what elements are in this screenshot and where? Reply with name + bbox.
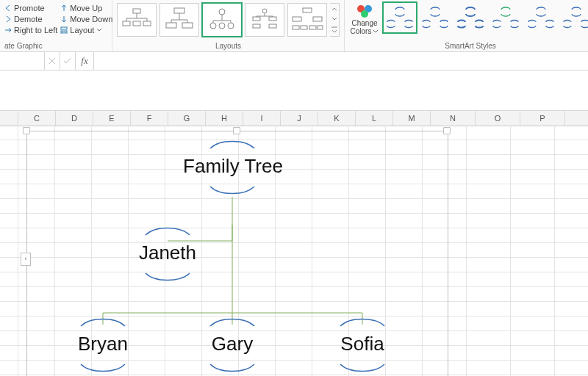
style-option-1-selected[interactable] <box>384 3 416 32</box>
svg-rect-2 <box>65 31 67 33</box>
enter-formula-button[interactable] <box>60 52 76 70</box>
promote-button[interactable]: Promote <box>4 3 57 13</box>
change-colors-button[interactable]: Change Colors <box>348 3 381 35</box>
smartart-node-root[interactable]: Family Tree <box>178 155 288 178</box>
layout-option-3-selected[interactable] <box>202 3 242 37</box>
promote-label: Promote <box>14 4 45 12</box>
rtl-label: Right to Left <box>14 26 57 35</box>
smartart-node[interactable]: Gary <box>188 333 276 355</box>
svg-point-14 <box>262 9 267 13</box>
moveup-button[interactable]: Move Up <box>60 3 112 13</box>
chevron-down-icon <box>373 29 379 35</box>
check-icon <box>63 57 72 65</box>
insert-function-button[interactable]: fx <box>76 52 94 70</box>
smartart-node[interactable]: Bryan <box>59 333 147 355</box>
svg-rect-15 <box>253 17 260 21</box>
moveup-label: Move Up <box>70 4 102 12</box>
x-icon <box>49 57 56 65</box>
svg-point-10 <box>219 9 225 15</box>
fx-label: fx <box>81 55 87 67</box>
layout-dropdown[interactable]: Layout <box>60 25 112 35</box>
smartart-node[interactable]: Janeth <box>120 242 215 264</box>
style-thumb-icon <box>526 5 556 30</box>
svg-rect-19 <box>303 8 312 12</box>
group-label-create-graphic: ate Graphic <box>4 40 43 50</box>
svg-rect-18 <box>269 24 276 28</box>
style-thumb-icon <box>420 5 450 30</box>
svg-rect-3 <box>133 9 140 13</box>
svg-rect-22 <box>293 26 299 29</box>
svg-rect-20 <box>293 17 301 21</box>
name-box[interactable] <box>0 52 45 70</box>
ribbon-group-smartart-styles: Change Colors <box>345 0 588 51</box>
arrow-left-icon <box>4 4 12 12</box>
style-option-4[interactable] <box>490 3 522 32</box>
arrow-down-icon <box>60 15 68 23</box>
svg-rect-5 <box>133 21 140 26</box>
layout-thumb-icon <box>206 7 238 33</box>
layout-option-1[interactable] <box>117 3 157 37</box>
svg-point-11 <box>210 23 216 29</box>
svg-point-28 <box>361 10 368 18</box>
rtl-button[interactable]: Right to Left <box>4 25 57 35</box>
layout-label: Layout <box>70 26 94 35</box>
change-colors-l1: Change <box>351 19 377 27</box>
rtl-icon <box>4 26 12 34</box>
svg-rect-6 <box>143 21 151 26</box>
layout-icon <box>60 26 68 34</box>
style-thumb-icon <box>385 5 415 30</box>
svg-rect-25 <box>318 26 323 29</box>
ribbon: Promote Demote Right to Left Move Up <box>0 0 588 52</box>
svg-rect-16 <box>269 17 276 21</box>
cancel-formula-button[interactable] <box>45 52 60 70</box>
svg-rect-0 <box>61 27 67 29</box>
worksheet: C D E F G H I J K L M N O P ‹ <box>0 70 588 376</box>
svg-point-12 <box>219 23 225 29</box>
style-option-5[interactable] <box>525 3 557 32</box>
movedown-button[interactable]: Move Down <box>60 14 112 24</box>
style-thumb-icon <box>491 5 520 30</box>
more-icon <box>330 24 339 35</box>
group-label-layouts: Layouts <box>215 40 241 50</box>
layout-option-4[interactable] <box>245 3 284 37</box>
change-colors-l2: Colors <box>351 27 372 35</box>
svg-rect-17 <box>253 24 260 28</box>
layouts-gallery-expand[interactable] <box>330 3 340 37</box>
svg-rect-9 <box>182 23 193 28</box>
group-label-styles: SmartArt Styles <box>445 40 495 50</box>
movedown-label: Move Down <box>70 15 112 24</box>
layout-thumb-icon <box>248 7 281 33</box>
style-option-2[interactable] <box>419 3 451 32</box>
demote-button[interactable]: Demote <box>4 14 57 24</box>
svg-rect-23 <box>301 26 307 29</box>
layout-thumb-icon <box>291 7 323 33</box>
chevron-down-icon <box>96 27 102 33</box>
layout-thumb-icon <box>121 7 153 33</box>
style-thumb-icon <box>562 5 588 30</box>
arrow-right-icon <box>4 15 12 23</box>
svg-rect-8 <box>166 23 176 28</box>
change-colors-icon <box>356 3 373 19</box>
ribbon-group-create-graphic: Promote Demote Right to Left Move Up <box>0 0 112 51</box>
svg-rect-4 <box>123 21 130 26</box>
ribbon-group-layouts: Layouts <box>112 0 345 51</box>
chevron-up-icon <box>330 4 339 14</box>
smartart-node[interactable]: Sofia <box>318 333 406 355</box>
svg-rect-1 <box>61 31 63 33</box>
layout-option-2[interactable] <box>159 3 199 37</box>
svg-rect-21 <box>313 17 322 21</box>
chevron-down-icon <box>330 14 339 24</box>
svg-rect-24 <box>309 26 316 29</box>
layout-option-5[interactable] <box>287 3 327 37</box>
arrow-up-icon <box>60 4 68 12</box>
svg-rect-7 <box>174 8 184 13</box>
demote-label: Demote <box>14 15 43 24</box>
svg-point-13 <box>228 23 234 29</box>
style-thumb-icon <box>456 5 485 30</box>
style-option-6[interactable] <box>560 3 588 32</box>
smartart-connectors <box>0 70 588 376</box>
layout-thumb-icon <box>163 7 196 33</box>
formula-bar: fx <box>0 52 588 70</box>
style-option-3[interactable] <box>454 3 487 32</box>
